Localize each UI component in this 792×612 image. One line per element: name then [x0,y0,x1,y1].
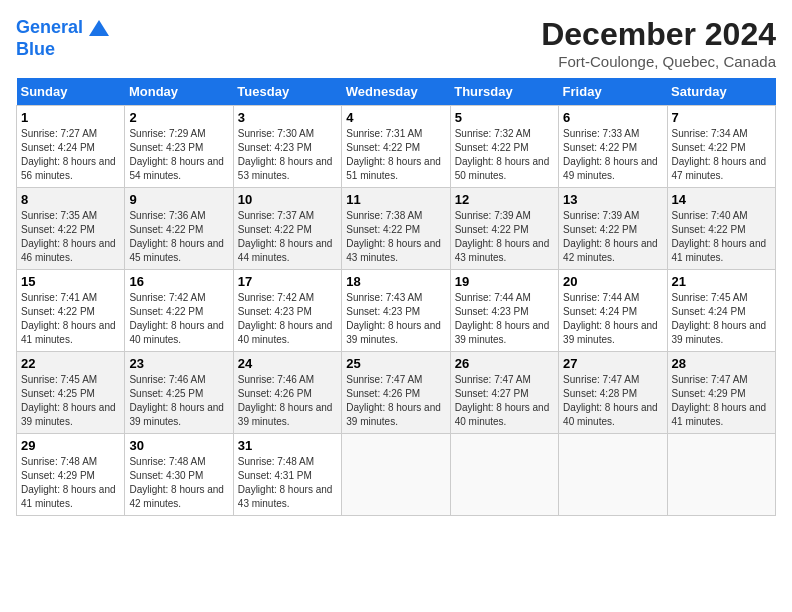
page-header: General Blue December 2024 Fort-Coulonge… [16,16,776,70]
week-row-5: 29 Sunrise: 7:48 AM Sunset: 4:29 PM Dayl… [17,434,776,516]
day-info: Sunrise: 7:42 AM Sunset: 4:22 PM Dayligh… [129,291,228,347]
day-number: 8 [21,192,120,207]
day-header-wednesday: Wednesday [342,78,450,106]
day-info: Sunrise: 7:47 AM Sunset: 4:26 PM Dayligh… [346,373,445,429]
svg-marker-0 [89,20,109,36]
day-info: Sunrise: 7:45 AM Sunset: 4:24 PM Dayligh… [672,291,771,347]
day-cell-14: 14 Sunrise: 7:40 AM Sunset: 4:22 PM Dayl… [667,188,775,270]
day-cell-17: 17 Sunrise: 7:42 AM Sunset: 4:23 PM Dayl… [233,270,341,352]
day-number: 24 [238,356,337,371]
day-info: Sunrise: 7:32 AM Sunset: 4:22 PM Dayligh… [455,127,554,183]
day-number: 1 [21,110,120,125]
day-number: 9 [129,192,228,207]
empty-cell [342,434,450,516]
day-number: 19 [455,274,554,289]
header-row: SundayMondayTuesdayWednesdayThursdayFrid… [17,78,776,106]
day-cell-4: 4 Sunrise: 7:31 AM Sunset: 4:22 PM Dayli… [342,106,450,188]
day-number: 21 [672,274,771,289]
day-info: Sunrise: 7:30 AM Sunset: 4:23 PM Dayligh… [238,127,337,183]
day-number: 10 [238,192,337,207]
day-info: Sunrise: 7:40 AM Sunset: 4:22 PM Dayligh… [672,209,771,265]
day-info: Sunrise: 7:44 AM Sunset: 4:24 PM Dayligh… [563,291,662,347]
day-info: Sunrise: 7:48 AM Sunset: 4:31 PM Dayligh… [238,455,337,511]
day-cell-23: 23 Sunrise: 7:46 AM Sunset: 4:25 PM Dayl… [125,352,233,434]
day-number: 28 [672,356,771,371]
week-row-3: 15 Sunrise: 7:41 AM Sunset: 4:22 PM Dayl… [17,270,776,352]
day-info: Sunrise: 7:31 AM Sunset: 4:22 PM Dayligh… [346,127,445,183]
day-info: Sunrise: 7:33 AM Sunset: 4:22 PM Dayligh… [563,127,662,183]
day-cell-2: 2 Sunrise: 7:29 AM Sunset: 4:23 PM Dayli… [125,106,233,188]
day-cell-9: 9 Sunrise: 7:36 AM Sunset: 4:22 PM Dayli… [125,188,233,270]
day-info: Sunrise: 7:35 AM Sunset: 4:22 PM Dayligh… [21,209,120,265]
day-number: 7 [672,110,771,125]
day-info: Sunrise: 7:43 AM Sunset: 4:23 PM Dayligh… [346,291,445,347]
day-cell-26: 26 Sunrise: 7:47 AM Sunset: 4:27 PM Dayl… [450,352,558,434]
month-title: December 2024 [541,16,776,53]
day-number: 23 [129,356,228,371]
day-number: 15 [21,274,120,289]
day-cell-16: 16 Sunrise: 7:42 AM Sunset: 4:22 PM Dayl… [125,270,233,352]
day-cell-12: 12 Sunrise: 7:39 AM Sunset: 4:22 PM Dayl… [450,188,558,270]
day-info: Sunrise: 7:46 AM Sunset: 4:26 PM Dayligh… [238,373,337,429]
week-row-1: 1 Sunrise: 7:27 AM Sunset: 4:24 PM Dayli… [17,106,776,188]
day-number: 20 [563,274,662,289]
day-cell-3: 3 Sunrise: 7:30 AM Sunset: 4:23 PM Dayli… [233,106,341,188]
day-cell-10: 10 Sunrise: 7:37 AM Sunset: 4:22 PM Dayl… [233,188,341,270]
location: Fort-Coulonge, Quebec, Canada [541,53,776,70]
day-cell-30: 30 Sunrise: 7:48 AM Sunset: 4:30 PM Dayl… [125,434,233,516]
day-info: Sunrise: 7:38 AM Sunset: 4:22 PM Dayligh… [346,209,445,265]
empty-cell [667,434,775,516]
day-number: 5 [455,110,554,125]
day-info: Sunrise: 7:42 AM Sunset: 4:23 PM Dayligh… [238,291,337,347]
title-block: December 2024 Fort-Coulonge, Quebec, Can… [541,16,776,70]
day-number: 22 [21,356,120,371]
day-info: Sunrise: 7:27 AM Sunset: 4:24 PM Dayligh… [21,127,120,183]
day-info: Sunrise: 7:47 AM Sunset: 4:29 PM Dayligh… [672,373,771,429]
day-info: Sunrise: 7:44 AM Sunset: 4:23 PM Dayligh… [455,291,554,347]
empty-cell [559,434,667,516]
day-number: 12 [455,192,554,207]
day-header-sunday: Sunday [17,78,125,106]
day-info: Sunrise: 7:36 AM Sunset: 4:22 PM Dayligh… [129,209,228,265]
day-number: 4 [346,110,445,125]
day-cell-1: 1 Sunrise: 7:27 AM Sunset: 4:24 PM Dayli… [17,106,125,188]
day-number: 29 [21,438,120,453]
day-cell-25: 25 Sunrise: 7:47 AM Sunset: 4:26 PM Dayl… [342,352,450,434]
day-info: Sunrise: 7:39 AM Sunset: 4:22 PM Dayligh… [563,209,662,265]
day-info: Sunrise: 7:39 AM Sunset: 4:22 PM Dayligh… [455,209,554,265]
day-number: 25 [346,356,445,371]
day-number: 18 [346,274,445,289]
day-cell-20: 20 Sunrise: 7:44 AM Sunset: 4:24 PM Dayl… [559,270,667,352]
day-number: 3 [238,110,337,125]
day-number: 2 [129,110,228,125]
day-cell-13: 13 Sunrise: 7:39 AM Sunset: 4:22 PM Dayl… [559,188,667,270]
day-header-thursday: Thursday [450,78,558,106]
day-cell-28: 28 Sunrise: 7:47 AM Sunset: 4:29 PM Dayl… [667,352,775,434]
day-info: Sunrise: 7:45 AM Sunset: 4:25 PM Dayligh… [21,373,120,429]
logo-text: General [16,17,83,39]
day-info: Sunrise: 7:46 AM Sunset: 4:25 PM Dayligh… [129,373,228,429]
day-number: 16 [129,274,228,289]
day-info: Sunrise: 7:47 AM Sunset: 4:28 PM Dayligh… [563,373,662,429]
day-cell-22: 22 Sunrise: 7:45 AM Sunset: 4:25 PM Dayl… [17,352,125,434]
day-number: 6 [563,110,662,125]
day-number: 14 [672,192,771,207]
week-row-2: 8 Sunrise: 7:35 AM Sunset: 4:22 PM Dayli… [17,188,776,270]
day-cell-24: 24 Sunrise: 7:46 AM Sunset: 4:26 PM Dayl… [233,352,341,434]
day-info: Sunrise: 7:29 AM Sunset: 4:23 PM Dayligh… [129,127,228,183]
day-cell-6: 6 Sunrise: 7:33 AM Sunset: 4:22 PM Dayli… [559,106,667,188]
day-number: 27 [563,356,662,371]
logo-icon [85,16,109,40]
day-cell-27: 27 Sunrise: 7:47 AM Sunset: 4:28 PM Dayl… [559,352,667,434]
day-number: 11 [346,192,445,207]
day-cell-8: 8 Sunrise: 7:35 AM Sunset: 4:22 PM Dayli… [17,188,125,270]
day-info: Sunrise: 7:48 AM Sunset: 4:29 PM Dayligh… [21,455,120,511]
day-number: 13 [563,192,662,207]
empty-cell [450,434,558,516]
day-number: 17 [238,274,337,289]
day-number: 26 [455,356,554,371]
day-header-tuesday: Tuesday [233,78,341,106]
week-row-4: 22 Sunrise: 7:45 AM Sunset: 4:25 PM Dayl… [17,352,776,434]
day-number: 30 [129,438,228,453]
day-cell-11: 11 Sunrise: 7:38 AM Sunset: 4:22 PM Dayl… [342,188,450,270]
